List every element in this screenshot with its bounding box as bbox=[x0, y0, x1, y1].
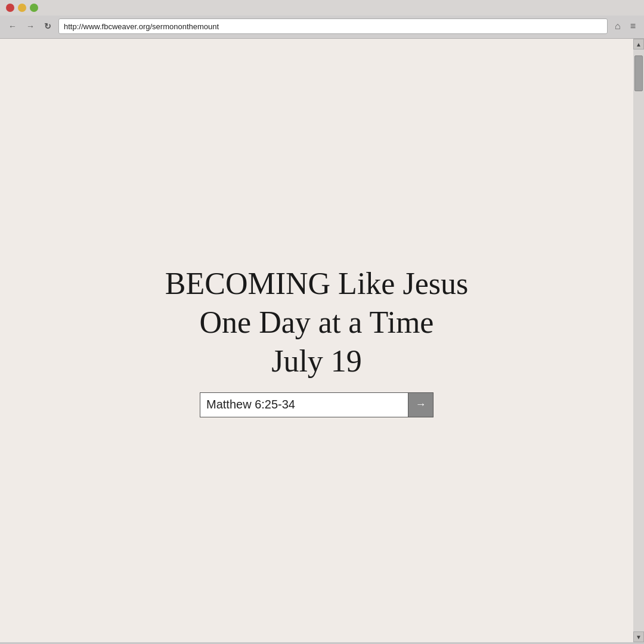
refresh-button[interactable]: ↻ bbox=[42, 20, 54, 32]
scrollbar: ▲ ▼ bbox=[633, 39, 644, 642]
back-button[interactable]: ← bbox=[6, 20, 19, 32]
page-content: BECOMING Like Jesus One Day at a Time Ju… bbox=[0, 39, 633, 642]
scrollbar-down-arrow[interactable]: ▼ bbox=[633, 631, 644, 642]
browser-titlebar bbox=[0, 0, 644, 16]
main-title: BECOMING Like Jesus One Day at a Time Ju… bbox=[165, 264, 468, 380]
title-line2: One Day at a Time bbox=[200, 305, 434, 339]
scrollbar-thumb[interactable] bbox=[634, 55, 643, 91]
traffic-light-red[interactable] bbox=[6, 4, 14, 12]
scrollbar-track[interactable] bbox=[633, 49, 644, 631]
traffic-lights bbox=[6, 4, 38, 12]
home-button[interactable]: ⌂ bbox=[612, 20, 623, 33]
address-bar[interactable] bbox=[58, 18, 608, 34]
scripture-input[interactable] bbox=[200, 392, 408, 417]
scripture-input-row: → bbox=[165, 392, 468, 417]
scrollbar-up-arrow[interactable]: ▲ bbox=[633, 39, 644, 49]
title-line3: July 19 bbox=[271, 344, 362, 378]
center-block: BECOMING Like Jesus One Day at a Time Ju… bbox=[165, 264, 468, 417]
browser-toolbar: ← → ↻ ⌂ ≡ bbox=[0, 16, 644, 38]
traffic-light-green[interactable] bbox=[30, 4, 38, 12]
go-button[interactable]: → bbox=[408, 392, 434, 417]
forward-button[interactable]: → bbox=[24, 20, 37, 32]
menu-button[interactable]: ≡ bbox=[628, 20, 638, 33]
title-line1: BECOMING Like Jesus bbox=[165, 267, 468, 301]
browser-chrome: ← → ↻ ⌂ ≡ bbox=[0, 0, 644, 39]
traffic-light-yellow[interactable] bbox=[18, 4, 26, 12]
browser-body: BECOMING Like Jesus One Day at a Time Ju… bbox=[0, 39, 644, 642]
